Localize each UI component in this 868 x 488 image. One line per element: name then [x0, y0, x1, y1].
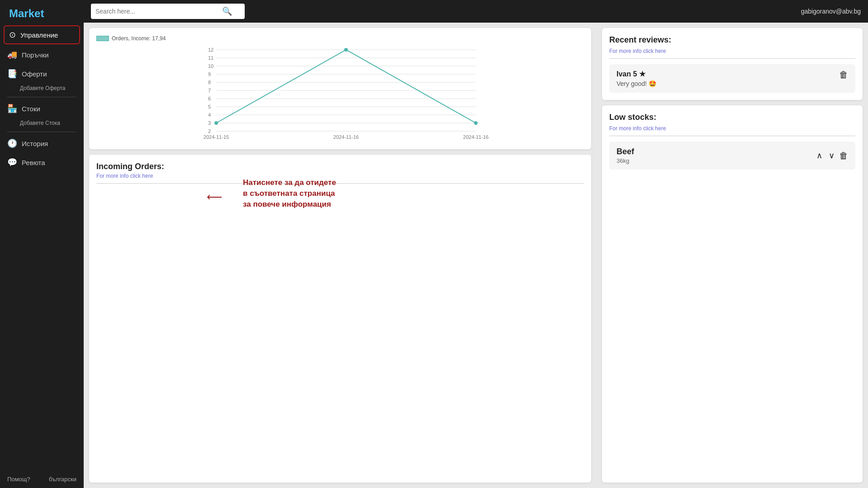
- review-item: Ivan 5 ★ Very good! 🤩 🗑: [609, 64, 855, 93]
- header: 🔍 gabigoranov@abv.bg: [84, 0, 868, 23]
- orders-arrow-annotation: ⟵: [207, 191, 222, 204]
- stocks-link[interactable]: For more info click here: [609, 125, 666, 132]
- svg-text:5: 5: [208, 104, 211, 109]
- history-icon: 🕐: [7, 138, 17, 148]
- svg-text:7: 7: [208, 88, 211, 93]
- stocks-icon: 🏪: [7, 104, 17, 114]
- app-title[interactable]: Market: [0, 0, 84, 24]
- sidebar: Market ⊙ Управление 🚚 Поръчки 📑 Оферти Д…: [0, 0, 84, 488]
- incoming-orders-card: Incoming Orders: For more info click her…: [89, 155, 591, 483]
- sidebar-item-offers[interactable]: 📑 Оферти: [0, 64, 84, 83]
- tooltip-line3: за повече информация: [243, 200, 331, 208]
- sidebar-item-label: Оферти: [22, 70, 47, 78]
- sidebar-item-label: Управление: [20, 31, 58, 39]
- orders-icon: 🚚: [7, 50, 17, 60]
- sidebar-item-orders[interactable]: 🚚 Поръчки: [0, 45, 84, 64]
- low-stocks-card: Low stocks: For more info click here Bee…: [602, 105, 863, 483]
- search-bar[interactable]: 🔍: [91, 4, 245, 19]
- reviews-link[interactable]: For more info click here: [609, 48, 666, 54]
- sidebar-footer: Помощ? български: [0, 470, 84, 488]
- chart-svg: 12 11 10 9 8 7 6 5 4 3 2: [96, 45, 584, 142]
- svg-text:2024-11-16: 2024-11-16: [463, 134, 489, 140]
- orders-title: Incoming Orders:: [96, 162, 584, 171]
- reviews-card: Recent reviews: For more info click here…: [602, 28, 863, 100]
- svg-point-22: [214, 121, 218, 125]
- help-link[interactable]: Помощ?: [7, 476, 30, 483]
- tooltip-line1: Натиснете за да отидете: [243, 178, 336, 187]
- sidebar-item-label: Поръчки: [22, 51, 49, 59]
- stock-info: Beef 36kg: [617, 147, 634, 164]
- review-name: Ivan 5 ★: [617, 70, 656, 78]
- stock-controls: ∧ ∨ 🗑: [815, 150, 848, 161]
- language-selector[interactable]: български: [49, 476, 76, 483]
- svg-text:8: 8: [208, 80, 211, 85]
- svg-point-24: [474, 121, 478, 125]
- sidebar-item-reviews[interactable]: 💬 Ревюта: [0, 153, 84, 172]
- sidebar-item-dashboard[interactable]: ⊙ Управление: [4, 25, 80, 44]
- svg-text:9: 9: [208, 71, 211, 77]
- sidebar-item-history[interactable]: 🕐 История: [0, 134, 84, 153]
- offers-icon: 📑: [7, 69, 17, 79]
- reviews-divider: [609, 58, 855, 59]
- chart-card: Orders, Income: 17,94 12 11 10 9 8 7 6 5…: [89, 28, 591, 149]
- dashboard-icon: ⊙: [9, 30, 16, 40]
- svg-text:12: 12: [208, 47, 213, 52]
- review-content: Ivan 5 ★ Very good! 🤩: [617, 70, 656, 87]
- svg-text:2024-11-15: 2024-11-15: [204, 134, 229, 140]
- svg-text:2024-11-16: 2024-11-16: [333, 134, 359, 140]
- sidebar-divider: [7, 97, 76, 97]
- orders-divider: [96, 183, 584, 184]
- orders-link[interactable]: For more info click here: [96, 173, 153, 179]
- stocks-divider: [609, 136, 855, 136]
- svg-text:11: 11: [208, 55, 213, 61]
- sidebar-item-stocks[interactable]: 🏪 Стоки: [0, 99, 84, 118]
- sidebar-item-label: История: [22, 140, 48, 147]
- stock-down-button[interactable]: ∨: [827, 150, 836, 161]
- svg-point-23: [344, 48, 348, 52]
- legend-color-swatch: [96, 36, 109, 41]
- stock-delete-button[interactable]: 🗑: [839, 151, 848, 161]
- svg-text:6: 6: [208, 96, 211, 101]
- tooltip-line2: в съответната страница: [243, 189, 335, 198]
- reviews-icon: 💬: [7, 157, 17, 167]
- right-panel: Recent reviews: For more info click here…: [597, 23, 868, 488]
- review-text: Very good! 🤩: [617, 80, 656, 87]
- left-panel: Orders, Income: 17,94 12 11 10 9 8 7 6 5…: [84, 23, 597, 488]
- svg-text:3: 3: [208, 120, 211, 126]
- sidebar-add-stock[interactable]: Добавете Стока: [0, 118, 84, 130]
- stock-item: Beef 36kg ∧ ∨ 🗑: [609, 142, 855, 170]
- svg-text:10: 10: [208, 63, 213, 69]
- svg-text:2: 2: [208, 128, 211, 134]
- stocks-title: Low stocks:: [609, 113, 855, 122]
- sidebar-item-label: Стоки: [22, 105, 40, 113]
- stock-qty: 36kg: [617, 157, 634, 164]
- search-icon[interactable]: 🔍: [222, 6, 232, 16]
- chart-legend: Orders, Income: 17,94: [96, 35, 584, 42]
- main-area: 🔍 gabigoranov@abv.bg Orders, Income: 17,…: [84, 0, 868, 488]
- review-delete-button[interactable]: 🗑: [839, 70, 848, 80]
- sidebar-add-offer[interactable]: Добавете Оферта: [0, 83, 84, 95]
- content-area: Orders, Income: 17,94 12 11 10 9 8 7 6 5…: [84, 23, 868, 488]
- chart-legend-label: Orders, Income: 17,94: [112, 35, 166, 42]
- sidebar-item-label: Ревюта: [22, 159, 45, 166]
- svg-text:4: 4: [208, 112, 211, 118]
- stock-up-button[interactable]: ∧: [815, 150, 824, 161]
- stock-name: Beef: [617, 147, 634, 156]
- sidebar-divider2: [7, 132, 76, 132]
- user-email: gabigoranov@abv.bg: [801, 8, 861, 15]
- search-input[interactable]: [95, 8, 222, 15]
- orders-tooltip-annotation: Натиснете за да отидете в съответната ст…: [243, 177, 336, 209]
- reviews-title: Recent reviews:: [609, 35, 855, 45]
